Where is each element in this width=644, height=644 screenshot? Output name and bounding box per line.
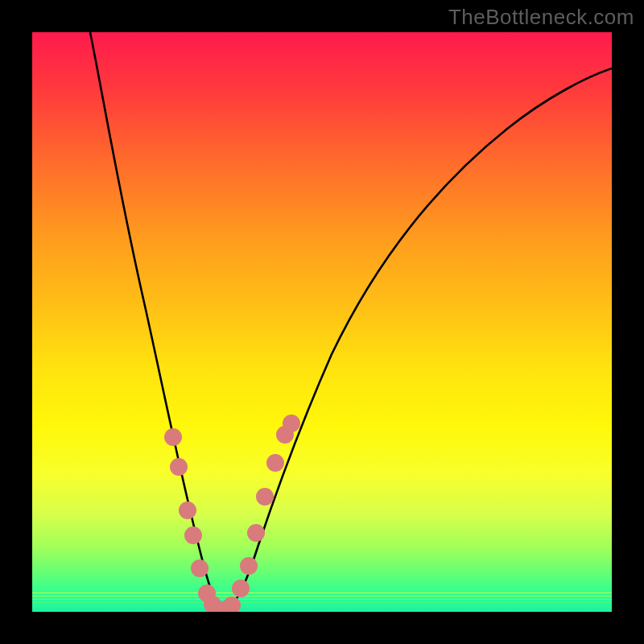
data-dot (283, 415, 300, 432)
data-dot (240, 557, 258, 575)
watermark-text: TheBottleneck.com (448, 5, 634, 30)
data-dot (179, 502, 196, 519)
data-dot (256, 488, 274, 506)
highlighted-dots-group (164, 415, 300, 612)
data-dot (232, 580, 250, 597)
data-dot (266, 454, 284, 472)
data-dot (191, 559, 208, 577)
chart-canvas: TheBottleneck.com (0, 0, 644, 644)
data-dot (164, 428, 182, 446)
bottleneck-curve (90, 32, 612, 610)
data-dot (247, 524, 265, 542)
data-dot (184, 526, 202, 544)
data-dot (170, 458, 188, 476)
chart-svg (32, 32, 612, 612)
plot-area (32, 32, 612, 612)
data-dot (223, 597, 241, 612)
